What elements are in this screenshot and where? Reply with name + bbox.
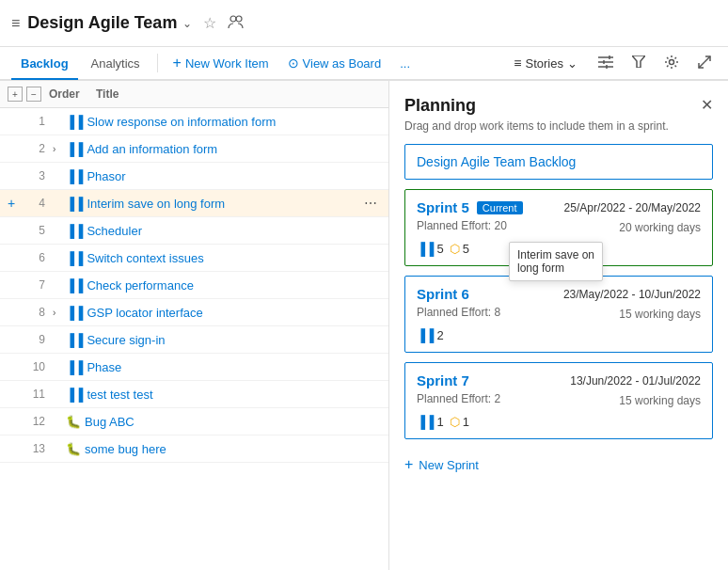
row-number: 7 <box>24 278 53 292</box>
svg-line-10 <box>704 56 710 62</box>
work-item-title[interactable]: test test test <box>87 388 360 402</box>
new-sprint-button[interactable]: + New Sprint <box>404 449 713 481</box>
expand-button[interactable] <box>692 52 717 75</box>
navbar: Backlog Analytics + New Work Item ⊙ View… <box>0 47 728 81</box>
svg-point-0 <box>230 16 236 22</box>
row-number: 5 <box>24 224 53 237</box>
row-number: 13 <box>24 442 53 455</box>
table-row: 12 🐛 Bug ABC ⋯ <box>0 408 388 435</box>
row-number: 3 <box>24 169 53 182</box>
sprint-7-dates: 13/Jun/2022 - 01/Jul/2022 <box>570 374 701 388</box>
tab-analytics[interactable]: Analytics <box>82 49 150 80</box>
row-expand-icon[interactable]: › <box>53 144 66 154</box>
header: ≡ Design Agile Team ⌄ ☆ <box>0 0 728 47</box>
work-item-title[interactable]: Switch context issues <box>87 251 360 265</box>
row-add-button[interactable]: + <box>8 196 23 211</box>
row-expand-icon[interactable]: › <box>53 308 66 318</box>
story-icon: ▐▐ <box>66 197 83 211</box>
bug-icon: 🐛 <box>66 442 81 456</box>
sprint-6-header: Sprint 6 23/May/2022 - 10/Jun/2022 <box>417 286 701 302</box>
close-button[interactable]: ✕ <box>701 96 713 114</box>
table-row: 11 ▐▐ test test test ⋯ <box>0 381 388 408</box>
table-row: 6 ▐▐ Switch context issues ⋯ <box>0 245 388 272</box>
svg-point-9 <box>670 59 674 64</box>
row-number: 2 <box>24 142 53 155</box>
settings-button[interactable] <box>658 51 685 76</box>
story-icon: ▐▐ <box>66 251 83 265</box>
order-column-header: Order <box>49 87 96 101</box>
work-item-title[interactable]: GSP locator interface <box>87 306 360 320</box>
story-icon: ▐▐ <box>66 142 83 156</box>
new-sprint-plus-icon: + <box>404 456 413 473</box>
sprint-7-card[interactable]: Sprint 7 13/Jun/2022 - 01/Jul/2022 Plann… <box>404 362 713 439</box>
work-item-title[interactable]: Slow response on information form <box>87 115 360 129</box>
work-item-title[interactable]: Check performance <box>87 278 360 293</box>
work-item-title[interactable]: Interim save on long form <box>87 197 360 211</box>
work-item-title[interactable]: Scheduler <box>87 224 360 238</box>
work-item-title[interactable]: Phase <box>87 360 360 374</box>
board-icon: ⊙ <box>288 55 299 71</box>
group-by-button[interactable] <box>593 52 619 75</box>
sprint-6-working-days: 15 working days <box>619 308 701 321</box>
filter-button[interactable] <box>626 52 651 74</box>
story-icon: ▐▐ <box>66 306 83 320</box>
work-item-title[interactable]: some bug here <box>85 442 360 456</box>
story-count-icon: ▐▐ <box>417 415 434 429</box>
story-count-icon: ▐▐ <box>417 242 434 256</box>
planning-title: Planning <box>404 96 476 116</box>
nav-divider <box>157 54 158 72</box>
sprint-7-working-days: 15 working days <box>619 394 701 407</box>
backlog-column-header: + − Order Title <box>0 81 388 108</box>
stories-chevron-icon: ⌄ <box>567 56 578 71</box>
view-as-board-button[interactable]: ⊙ View as Board <box>280 52 389 74</box>
row-number: 12 <box>24 415 53 428</box>
sprint-7-task-count: ⬡ 1 <box>450 415 469 429</box>
planning-panel: Planning ✕ Drag and drop work items to i… <box>389 81 728 570</box>
sprint-6-name: Sprint 6 <box>417 286 469 302</box>
project-title: Design Agile Team <box>27 13 177 33</box>
app-root: ≡ Design Agile Team ⌄ ☆ Backlog Analytic… <box>0 0 728 570</box>
sprint-7-header: Sprint 7 13/Jun/2022 - 01/Jul/2022 <box>417 372 701 388</box>
work-item-title[interactable]: Bug ABC <box>85 415 360 429</box>
story-icon: ▐▐ <box>66 278 83 293</box>
planning-header: Planning ✕ <box>404 96 713 116</box>
sprint-7-effort: Planned Effort: 2 <box>417 392 500 405</box>
planning-subtitle: Drag and drop work items to include them… <box>404 119 713 133</box>
sprint-5-right: 25/Apr/2022 - 20/May/2022 <box>564 200 701 214</box>
sprint-5-card[interactable]: Sprint 5 Current 25/Apr/2022 - 20/May/20… <box>404 189 713 266</box>
sprint-6-dates: 23/May/2022 - 10/Jun/2022 <box>563 288 701 301</box>
sprint-7-stats: ▐▐ 1 ⬡ 1 <box>417 415 701 429</box>
expand-all-button[interactable]: + <box>8 87 23 102</box>
list-icon: ≡ <box>514 55 521 71</box>
collapse-all-button[interactable]: − <box>26 87 41 102</box>
tab-backlog[interactable]: Backlog <box>11 49 78 80</box>
sprint-5-task-count: ⬡ 5 <box>450 242 469 256</box>
story-icon: ▐▐ <box>66 115 83 129</box>
table-row: 10 ▐▐ Phase ⋯ <box>0 354 388 381</box>
table-row: 3 ▐▐ Phasor ⋯ <box>0 163 388 190</box>
sprint-7-name: Sprint 7 <box>417 372 469 388</box>
task-count-icon: ⬡ <box>450 415 460 429</box>
new-work-item-button[interactable]: + New Work Item <box>166 51 277 75</box>
story-icon: ▐▐ <box>66 388 83 402</box>
row-number: 11 <box>24 388 53 401</box>
row-number: 4 <box>24 197 53 210</box>
bug-icon: 🐛 <box>66 415 81 429</box>
svg-marker-8 <box>632 55 645 68</box>
sprint-6-card[interactable]: Sprint 6 23/May/2022 - 10/Jun/2022 Plann… <box>404 276 713 353</box>
task-count-icon: ⬡ <box>450 242 460 256</box>
story-count-icon: ▐▐ <box>417 328 434 342</box>
work-item-title[interactable]: Phasor <box>87 169 360 183</box>
stories-dropdown[interactable]: ≡ Stories ⌄ <box>506 52 585 74</box>
team-icon[interactable] <box>228 13 245 33</box>
backlog-planning-card[interactable]: Design Agile Team Backlog <box>404 144 713 180</box>
work-item-title[interactable]: Secure sign-in <box>87 333 360 347</box>
more-actions-button[interactable]: ... <box>392 53 418 74</box>
title-chevron-icon[interactable]: ⌄ <box>182 17 192 30</box>
row-more-icon[interactable]: ⋯ <box>360 194 381 213</box>
work-item-title[interactable]: Add an information form <box>87 142 360 156</box>
sprint-6-story-count: ▐▐ 2 <box>417 328 444 342</box>
sprint-current-badge: Current <box>477 201 523 214</box>
sprint-6-stats: ▐▐ 2 <box>417 328 701 342</box>
favorite-icon[interactable]: ☆ <box>203 14 216 32</box>
